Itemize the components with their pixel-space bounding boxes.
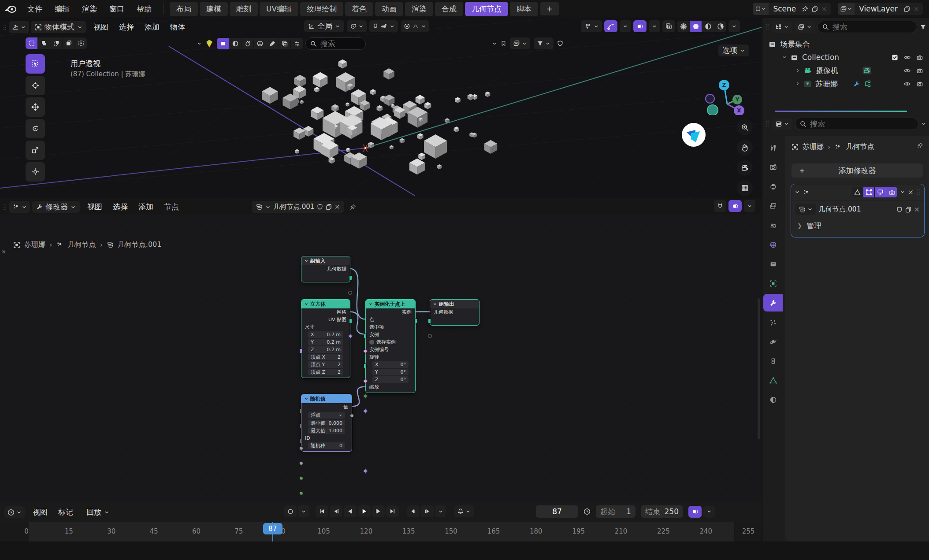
select-mode-paint[interactable]	[75, 37, 87, 49]
select-mode-lasso[interactable]	[63, 37, 75, 49]
node-editor-menu-添加[interactable]: 添加	[133, 200, 159, 214]
overlays-button[interactable]	[728, 200, 742, 212]
step-dropdown[interactable]	[435, 505, 446, 517]
select-mode-circle[interactable]	[50, 37, 63, 49]
workspace-tab-纹理绘制[interactable]: 纹理绘制	[300, 2, 343, 16]
timeline-menu-视图[interactable]: 视图	[27, 505, 53, 519]
node-row-顶点 Z[interactable]: 顶点 Z2	[301, 368, 350, 376]
chevron-down-icon[interactable]	[795, 189, 800, 195]
add-workspace-button[interactable]: +	[540, 2, 559, 15]
node-editor-mode[interactable]: 修改器	[32, 201, 80, 213]
outliner-filter-mode[interactable]	[795, 21, 815, 33]
shield-icon[interactable]	[317, 204, 323, 210]
node-row-Y[interactable]: Y0.2 m	[301, 338, 350, 346]
chevron-down-icon[interactable]	[921, 121, 926, 126]
node-row-旋转[interactable]: 旋转	[366, 353, 415, 361]
gem-icon[interactable]	[204, 39, 214, 48]
node-row-Z[interactable]: Z0.2 m	[301, 346, 350, 353]
grip-icon[interactable]	[765, 120, 769, 127]
workspace-tab-动画[interactable]: 动画	[375, 2, 403, 16]
shading-dropdown[interactable]	[728, 20, 740, 32]
node-row-X[interactable]: X0°	[366, 361, 415, 368]
eye-toggle-icon[interactable]	[903, 81, 911, 87]
outliner[interactable]: 场景集合Collection摄像机苏珊娜	[762, 18, 929, 113]
modifier-manage-section[interactable]: ❯ 管理	[791, 218, 924, 233]
frame-end-field[interactable]: 结束250	[641, 505, 683, 518]
timeline[interactable]: 视图标记 回放 87 起始1 结束250	[0, 502, 762, 541]
topbar-menu-渲染[interactable]: 渲染	[76, 2, 103, 16]
node-row-网格[interactable]: 网格	[301, 308, 350, 316]
outliner-item-label[interactable]: 场景集合	[780, 39, 876, 49]
properties-tab-material[interactable]	[763, 391, 783, 408]
outliner-item-label[interactable]: Collection	[802, 53, 876, 62]
node-group-name[interactable]: 几何节点.001	[273, 203, 314, 211]
node-row-实例[interactable]: 实例	[366, 308, 415, 316]
wrench-icon[interactable]	[853, 81, 860, 87]
properties-tab-world[interactable]	[763, 236, 783, 253]
pan-hand-icon[interactable]	[737, 140, 753, 156]
eye-toggle-icon[interactable]	[903, 54, 911, 61]
viewlayer-selector[interactable]: ViewLayer	[838, 3, 923, 15]
outliner-row-摄像机[interactable]: 摄像机	[762, 64, 929, 77]
jump-to-start-button[interactable]	[316, 505, 328, 517]
tool-cursor-button[interactable]	[26, 76, 45, 95]
shading-rendered-button[interactable]	[714, 21, 726, 32]
node-row-选择实例[interactable]: 选择实例	[366, 338, 415, 346]
chevron-down-icon[interactable]	[782, 55, 787, 60]
node-row-选中项[interactable]: 选中项	[366, 323, 415, 331]
timeline-ruler[interactable]: 0153045607590105120135150165180195210225…	[0, 522, 762, 541]
pivot-point-button[interactable]	[347, 20, 367, 32]
node-group-browse[interactable]	[795, 204, 816, 215]
properties-tab-object[interactable]	[763, 274, 783, 292]
node-editor[interactable]: 修改器 视图选择添加节点 几何节点.001 » 苏珊娜	[0, 198, 762, 502]
outliner-row-场景集合[interactable]: 场景集合	[762, 37, 929, 51]
frame-start-field[interactable]: 起始1	[596, 505, 635, 518]
frame-step-forward-button[interactable]	[421, 505, 434, 517]
copy-icon[interactable]	[326, 204, 332, 210]
eye-toggle-icon[interactable]	[903, 67, 911, 74]
properties-search-input[interactable]	[809, 119, 914, 129]
editor-type-button[interactable]	[9, 21, 29, 33]
node-group-input[interactable]: 组输入几何数据	[301, 256, 350, 282]
shading-wireframe-button[interactable]	[677, 21, 690, 32]
scrollbar[interactable]	[758, 298, 760, 439]
node-editor-menu-选择[interactable]: 选择	[108, 200, 133, 214]
node-row-顶点 Y[interactable]: 顶点 Y2	[301, 361, 350, 368]
tool-move-button[interactable]	[26, 97, 45, 117]
viewport-options-button[interactable]: 选项	[718, 45, 749, 56]
node-row-随机种[interactable]: 随机种0	[301, 442, 352, 449]
viewport-3d[interactable]: 物体模式 视图选择添加物体 全局	[0, 18, 762, 198]
workspace-tab-布局[interactable]: 布局	[170, 2, 198, 16]
node-instance-on-points[interactable]: 实例化于点上实例点选中项实例选择实例实例编号旋转X0°Y0°Z0°缩放	[365, 299, 416, 393]
workspace-tab-雕刻[interactable]: 雕刻	[230, 2, 258, 16]
frame-step-back-button[interactable]	[407, 505, 420, 517]
proportional-editing-button[interactable]	[401, 20, 429, 32]
shield-icon[interactable]	[557, 40, 563, 47]
chevron-right-icon[interactable]	[795, 68, 800, 73]
properties-tab-tool[interactable]	[763, 139, 783, 156]
outliner-search[interactable]	[818, 21, 917, 33]
modifier-name[interactable]: 几何节点.001	[818, 205, 894, 214]
close-icon[interactable]	[908, 189, 914, 195]
select-mode-tweak[interactable]	[26, 37, 38, 49]
viewport-menu-物体[interactable]: 物体	[165, 20, 190, 34]
add-modifier-button[interactable]: ＋ 添加修改器	[792, 163, 923, 178]
outliner-item-label[interactable]: 摄像机	[816, 66, 862, 76]
viewport-menu-选择[interactable]: 选择	[114, 20, 139, 34]
node-row-最小值[interactable]: 最小值0.000	[301, 419, 352, 427]
filter-button[interactable]	[534, 37, 554, 49]
node-row-缩放[interactable]: 缩放	[366, 383, 415, 391]
chevron-down-icon[interactable]	[492, 41, 497, 46]
copy-icon[interactable]	[905, 206, 911, 213]
editor-type-button[interactable]	[9, 201, 30, 213]
navigation-gizmo[interactable]: ZYX	[700, 58, 753, 115]
properties-editor[interactable]: 苏珊娜 › 几何节点 ＋ 添加修改器	[762, 114, 929, 541]
node-header[interactable]: 组输出	[430, 300, 479, 308]
modifier-render-toggle[interactable]	[886, 187, 897, 197]
outliner-item-label[interactable]: 苏珊娜	[815, 79, 853, 89]
node-row-实例编号[interactable]: 实例编号	[366, 346, 415, 353]
socket-extend[interactable]	[428, 334, 432, 338]
workspace-tab-建模[interactable]: 建模	[200, 2, 228, 16]
node-row-socket[interactable]	[430, 316, 479, 323]
selectability-toggle[interactable]	[217, 38, 229, 49]
